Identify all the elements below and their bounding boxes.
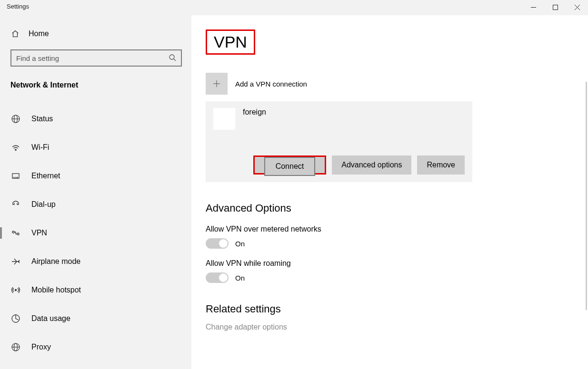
svg-rect-10 [12, 174, 19, 178]
hotspot-icon [10, 285, 21, 295]
home-icon [10, 29, 20, 38]
sidebar-nav: Status Wi-Fi Ethernet [0, 105, 191, 361]
sidebar-item-hotspot[interactable]: Mobile hotspot [0, 276, 191, 304]
plus-icon [206, 73, 228, 95]
search-icon [169, 54, 176, 63]
svg-rect-1 [553, 5, 558, 10]
connect-button[interactable]: Connect [264, 157, 316, 176]
sidebar-item-vpn[interactable]: VPN [0, 219, 191, 247]
minimize-button[interactable] [522, 0, 544, 14]
add-vpn-button[interactable]: Add a VPN connection [206, 73, 574, 95]
svg-point-4 [169, 55, 174, 59]
svg-point-17 [15, 290, 17, 291]
svg-point-15 [12, 231, 14, 233]
advanced-options-heading: Advanced Options [206, 202, 574, 214]
sidebar-item-datausage[interactable]: Data usage [0, 304, 191, 333]
roaming-state: On [235, 274, 245, 282]
datausage-icon [10, 314, 21, 323]
sidebar-item-label: Airplane mode [31, 257, 80, 266]
sidebar-item-label: Status [31, 115, 53, 123]
sidebar-item-wifi[interactable]: Wi-Fi [0, 133, 191, 162]
svg-line-5 [174, 59, 176, 61]
main-pane: VPN Add a VPN connection foreign Connect [191, 15, 588, 369]
change-adapter-link[interactable]: Change adapter options [206, 323, 574, 331]
sidebar-item-status[interactable]: Status [0, 105, 191, 133]
home-label: Home [29, 29, 49, 38]
connect-highlight: Connect [253, 155, 327, 175]
page-title: VPN [206, 29, 255, 55]
sidebar-item-dialup[interactable]: Dial-up [0, 190, 191, 219]
airplane-icon [10, 257, 21, 266]
metered-state: On [235, 240, 245, 248]
category-heading: Network & Internet [0, 67, 191, 98]
search-box[interactable] [10, 49, 182, 67]
close-button[interactable] [566, 0, 588, 14]
remove-button[interactable]: Remove [417, 155, 465, 175]
roaming-label: Allow VPN while roaming [206, 259, 574, 268]
metered-label: Allow VPN over metered networks [206, 225, 574, 233]
scrollbar[interactable] [586, 82, 587, 310]
sidebar-item-label: Data usage [31, 314, 70, 323]
sidebar-item-ethernet[interactable]: Ethernet [0, 162, 191, 190]
vpn-icon [10, 228, 21, 238]
dialup-icon [10, 200, 21, 209]
roaming-toggle[interactable] [206, 272, 229, 283]
vpn-connection-icon [213, 108, 235, 130]
sidebar-item-label: VPN [31, 229, 47, 237]
status-icon [10, 114, 21, 124]
wifi-icon [10, 143, 21, 152]
sidebar-item-label: Proxy [31, 343, 51, 351]
proxy-icon [10, 342, 21, 352]
sidebar-item-proxy[interactable]: Proxy [0, 333, 191, 361]
ethernet-icon [10, 171, 21, 181]
sidebar: Home Network & Internet [0, 15, 191, 369]
sidebar-item-label: Mobile hotspot [31, 286, 81, 294]
window-title: Settings [0, 0, 36, 13]
add-vpn-label: Add a VPN connection [235, 80, 307, 88]
svg-point-9 [15, 149, 16, 150]
vpn-connection-card[interactable]: foreign Connect Advanced options Remove [206, 101, 472, 182]
titlebar: Settings [0, 0, 588, 15]
vpn-connection-name: foreign [243, 108, 266, 117]
search-input[interactable] [16, 54, 169, 62]
svg-point-16 [17, 233, 19, 235]
maximize-button[interactable] [544, 0, 566, 14]
sidebar-item-label: Dial-up [31, 200, 56, 209]
home-button[interactable]: Home [0, 25, 191, 43]
sidebar-item-label: Wi-Fi [31, 143, 49, 152]
advanced-options-button[interactable]: Advanced options [332, 155, 411, 175]
related-settings-heading: Related settings [206, 303, 574, 315]
sidebar-item-label: Ethernet [31, 172, 60, 180]
window-controls [522, 0, 588, 14]
sidebar-item-airplane[interactable]: Airplane mode [0, 247, 191, 276]
metered-toggle[interactable] [206, 238, 229, 249]
